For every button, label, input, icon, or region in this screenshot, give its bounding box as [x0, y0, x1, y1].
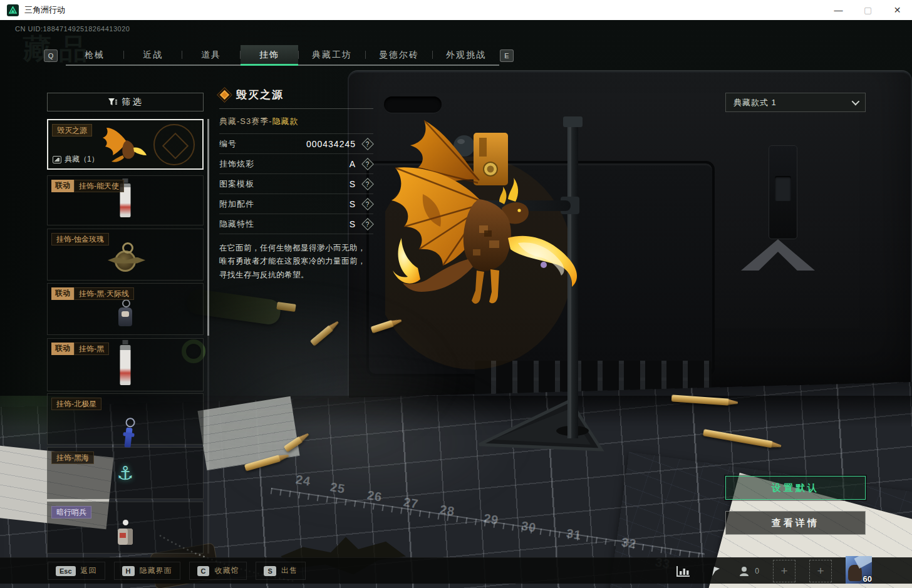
collab-badge: 联动 [51, 287, 74, 300]
dragon-thumb [99, 125, 152, 164]
detail-row-hidden-trait: 隐藏特性 S ? [219, 214, 373, 234]
app-logo-icon [7, 4, 19, 16]
maximize-button[interactable]: ▢ [853, 0, 883, 20]
esc-key-badge: Esc [56, 566, 76, 576]
window-title: 三角洲行动 [24, 4, 65, 16]
person-icon [739, 566, 752, 576]
collab-badge: 联动 [51, 343, 74, 355]
charm-name-label: 毁灭之源 [52, 124, 92, 137]
hint-sell[interactable]: S 出售 [256, 562, 305, 580]
app-window: 三角洲行动 — ▢ ✕ 24 25 26 27 28 29 30 31 32 3… [0, 0, 912, 588]
collection-count-label: 典藏（1） [65, 154, 99, 165]
charm-name-label: 挂饰-能天使 [74, 180, 124, 192]
team-count-value: 0 [755, 567, 759, 575]
hint-collection-hall[interactable]: C 收藏馆 [189, 562, 247, 580]
detail-row-serial: 编号 000434245 ? [219, 134, 373, 154]
team-count[interactable]: 0 [739, 566, 759, 576]
detail-title: 毁灭之源 [236, 88, 284, 102]
charm-name-label: 挂饰-黑 [74, 343, 109, 355]
charm-card-shadow-sentinel[interactable]: 暗行哨兵 [47, 502, 204, 554]
player-avatar[interactable]: 60 [846, 556, 872, 584]
charm-name-label: 挂饰-黑·天际线 [74, 287, 134, 300]
collection-style-dropdown[interactable]: 典藏款式 1 [725, 93, 866, 112]
filter-label: 筛选 [122, 96, 143, 108]
collection-emblem-decoration [153, 124, 195, 165]
help-icon[interactable]: ? [361, 198, 374, 210]
figure-charm-thumb [118, 307, 132, 326]
charm-name-label: 暗行哨兵 [51, 506, 91, 518]
lighter-charm-thumb [120, 345, 131, 385]
rarity-highlight: 隐藏款 [272, 116, 299, 127]
tab-cycle-left-key: Q [44, 49, 58, 62]
charm-name-label: 挂饰-蚀金玫瑰 [51, 233, 109, 245]
category-tab-bar: 枪械 近战 道具 挂饰 典藏工坊 曼德尔砖 外观挑战 [66, 45, 499, 66]
tab-cycle-right-key: E [500, 49, 514, 62]
minimize-button[interactable]: — [824, 0, 853, 20]
tab-collection-workshop[interactable]: 典藏工坊 [299, 45, 365, 64]
charm-name-label: 挂饰-北极星 [51, 398, 101, 410]
detail-row-attachment: 附加配件 S ? [219, 194, 373, 214]
charm-card-black-sea[interactable]: ⚓ 挂饰-黑海 [47, 447, 204, 499]
hint-hide-ui[interactable]: H 隐藏界面 [114, 562, 180, 580]
view-details-button[interactable]: 查看详情 [725, 511, 866, 535]
help-icon[interactable]: ? [361, 178, 374, 190]
charm-card-black[interactable]: 联动 挂饰-黑 [47, 338, 204, 391]
invite-slot-1[interactable]: + [773, 560, 795, 582]
detail-row-pattern: 图案模板 S ? [219, 174, 373, 194]
robot-charm-thumb [118, 529, 133, 545]
c-key-badge: C [197, 566, 210, 576]
tab-mandel-brick[interactable]: 曼德尔砖 [366, 45, 432, 64]
stats-chart-icon[interactable] [674, 563, 693, 579]
fps-counter: 60 [863, 574, 872, 584]
close-button[interactable]: ✕ [883, 0, 912, 20]
charm-name-label: 挂饰-黑海 [51, 451, 94, 464]
charm-detail-panel: 毁灭之源 典藏-S3赛季- 隐藏款 编号 000434245 ? 挂饰炫彩 A … [219, 88, 373, 282]
help-icon[interactable]: ? [361, 218, 374, 230]
invite-slot-2[interactable]: + [809, 560, 832, 582]
charm-description: 在它面前，任何生物都显得渺小而无助，唯有勇敢者才能在这股寒冷的力量面前，寻找生存… [219, 242, 373, 282]
scrollbar-thumb[interactable] [207, 119, 209, 336]
tab-appearance-challenge[interactable]: 外观挑战 [433, 45, 499, 64]
detail-row-colorway: 挂饰炫彩 A ? [219, 154, 373, 174]
rarity-line: 典藏-S3赛季- 隐藏款 [219, 109, 373, 134]
dropdown-value: 典藏款式 1 [733, 97, 777, 108]
anchor-charm-thumb: ⚓ [117, 464, 134, 483]
tab-melee[interactable]: 近战 [124, 45, 182, 64]
charm-card-gilded-rose[interactable]: 挂饰-蚀金玫瑰 [47, 229, 204, 281]
collection-count-icon [53, 156, 61, 163]
filter-button[interactable]: 筛选 [47, 93, 204, 111]
rarity-gem-icon [217, 87, 232, 102]
help-icon[interactable]: ? [361, 158, 374, 170]
charm-card-destruction-source[interactable]: 毁灭之源 典藏（1） [47, 119, 204, 170]
help-icon[interactable]: ? [361, 138, 374, 150]
collab-badge: 联动 [51, 180, 74, 192]
charm-card-exia[interactable]: 联动 挂饰-能天使 [47, 175, 204, 225]
title-bar: 三角洲行动 — ▢ ✕ [0, 0, 912, 20]
sidebar-scrollbar[interactable] [207, 119, 209, 554]
tab-items[interactable]: 道具 [182, 45, 240, 64]
s-key-badge: S [264, 566, 276, 576]
hint-back[interactable]: Esc 返回 [48, 562, 105, 580]
charm-card-black-skyline[interactable]: 联动 挂饰-黑·天际线 [47, 283, 204, 335]
account-uid: CN UID:188471492518264413020 [15, 25, 130, 33]
report-flag-icon[interactable] [707, 563, 725, 579]
set-default-button[interactable]: 设置默认 [725, 476, 866, 500]
medal-charm-thumb [115, 250, 136, 272]
filter-icon [108, 98, 117, 106]
chevron-down-icon [852, 98, 860, 106]
bottom-hint-bar: Esc 返回 H 隐藏界面 C 收藏馆 S 出售 [0, 557, 912, 584]
tab-guns[interactable]: 枪械 [66, 45, 123, 64]
rarity-prefix: 典藏-S3赛季- [219, 116, 272, 127]
h-key-badge: H [122, 566, 135, 576]
charm-card-polaris[interactable]: 挂饰-北极星 [47, 393, 204, 445]
tab-charms[interactable]: 挂饰 [241, 45, 298, 64]
